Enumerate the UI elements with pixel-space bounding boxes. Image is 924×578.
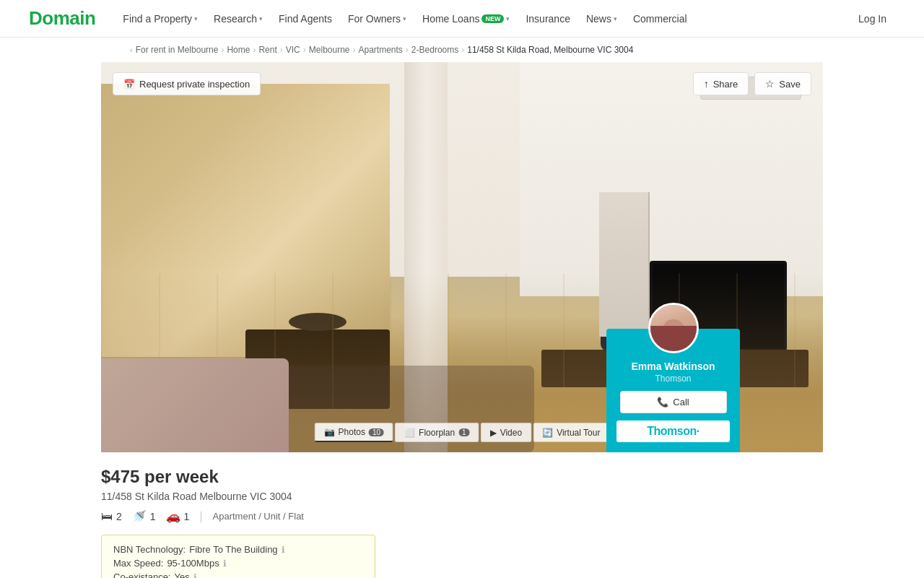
info-icon-coexist[interactable]: ℹ xyxy=(193,572,197,579)
save-button[interactable]: ☆ Save xyxy=(754,72,811,95)
property-address: 11/458 St Kilda Road Melbourne VIC 3004 xyxy=(101,491,823,502)
property-type: Apartment / Unit / Flat xyxy=(213,511,304,522)
nav-item-news[interactable]: News ▾ xyxy=(579,9,624,29)
nbn-coexist-label: Co-existance: xyxy=(113,571,170,578)
bedroom-feature: 🛏 2 xyxy=(101,510,122,523)
share-button[interactable]: ↑ Share xyxy=(693,72,749,95)
car-icon: 🚗 xyxy=(166,509,180,523)
photos-tab[interactable]: 📷 Photos 10 xyxy=(315,423,393,442)
breadcrumb-sep: › xyxy=(406,45,409,55)
virtual-tour-tab[interactable]: 🔄 Virtual Tour xyxy=(533,423,609,442)
breadcrumb-link-2bedrooms[interactable]: 2-Bedrooms xyxy=(411,45,458,55)
agent-avatar-wrapper xyxy=(648,303,699,353)
nbn-speed-row: Max Speed: 95-100Mbps ℹ xyxy=(113,558,363,569)
breadcrumb-link-rent[interactable]: Rent xyxy=(258,45,276,55)
breadcrumb: ‹ For rent in Melbourne › Home › Rent › … xyxy=(0,38,924,62)
agent-name: Emma Watkinson xyxy=(606,361,740,372)
share-icon: ↑ xyxy=(704,78,709,90)
photo-count-badge: 10 xyxy=(369,428,384,436)
floorplan-count-badge: 1 xyxy=(458,428,470,436)
breadcrumb-link-home[interactable]: Home xyxy=(227,45,250,55)
nav-item-commercial[interactable]: Commercial xyxy=(626,9,694,29)
breadcrumb-sep: › xyxy=(461,45,464,55)
call-button[interactable]: 📞 Call xyxy=(620,391,727,413)
image-top-buttons: 📅 Request private inspection ↑ Share ☆ S… xyxy=(101,72,823,95)
breadcrumb-sep: › xyxy=(353,45,356,55)
agent-agency-name: Thomson xyxy=(606,374,740,384)
phone-icon: 📞 xyxy=(657,397,668,407)
navbar: Domain Find a Property ▾ Research ▾ Find… xyxy=(0,0,924,38)
nbn-technology-row: NBN Technology: Fibre To The Building ℹ xyxy=(113,544,363,555)
breadcrumb-link-vic[interactable]: VIC xyxy=(286,45,300,55)
bath-icon: 🚿 xyxy=(132,509,147,523)
request-inspection-button[interactable]: 📅 Request private inspection xyxy=(113,72,261,95)
bathroom-feature: 🚿 1 xyxy=(132,509,156,523)
property-main-info: $475 per week 11/458 St Kilda Road Melbo… xyxy=(101,467,823,578)
breadcrumb-link-melbourne[interactable]: Melbourne xyxy=(309,45,350,55)
chevron-icon: ▾ xyxy=(614,15,617,22)
breadcrumb-link-rent-mel[interactable]: For rent in Melbourne xyxy=(136,45,219,55)
login-button[interactable]: Log In xyxy=(850,9,895,29)
info-icon-tech[interactable]: ℹ xyxy=(282,545,285,555)
logo[interactable]: Domain xyxy=(29,7,95,30)
nbn-tech-label: NBN Technology: xyxy=(113,544,186,555)
breadcrumb-link-apartments[interactable]: Apartments xyxy=(359,45,403,55)
main-content: 📅 Request private inspection ↑ Share ☆ S… xyxy=(51,62,873,578)
info-icon-speed[interactable]: ℹ xyxy=(223,558,227,569)
property-features: 🛏 2 🚿 1 🚗 1 | Apartment / Unit / Flat xyxy=(101,509,823,523)
nav-item-insurance[interactable]: Insurance xyxy=(518,9,577,29)
calendar-icon: 📅 xyxy=(123,79,135,90)
breadcrumb-sep: › xyxy=(221,45,224,55)
agent-avatar xyxy=(648,303,699,353)
nav-item-home-loans[interactable]: Home Loans New ▾ xyxy=(415,9,517,29)
chevron-left-icon: ‹ xyxy=(130,46,133,54)
nav-links: Find a Property ▾ Research ▾ Find Agents… xyxy=(116,9,850,29)
property-details: $475 per week 11/458 St Kilda Road Melbo… xyxy=(101,467,823,578)
chevron-icon: ▾ xyxy=(194,15,198,22)
floorplan-tab[interactable]: ⬜ Floorplan 1 xyxy=(395,423,479,442)
top-right-buttons: ↑ Share ☆ Save xyxy=(693,72,811,95)
agent-card: Emma Watkinson Thomson 📞 Call Thomson· xyxy=(606,329,740,452)
chevron-icon: ▾ xyxy=(506,15,510,22)
floorplan-icon: ⬜ xyxy=(404,428,415,438)
nbn-coexist-value: Yes xyxy=(174,571,189,578)
nbn-speed-label: Max Speed: xyxy=(113,558,163,569)
camera-icon: 📷 xyxy=(324,427,335,437)
breadcrumb-sep: › xyxy=(280,45,283,55)
property-image-container: 📅 Request private inspection ↑ Share ☆ S… xyxy=(101,62,823,452)
bed-icon: 🛏 xyxy=(101,510,113,523)
property-type-divider: | xyxy=(199,510,202,523)
video-tab[interactable]: ▶ Video xyxy=(481,423,531,442)
nbn-tech-value: Fibre To The Building xyxy=(189,544,277,555)
video-icon: ▶ xyxy=(490,428,497,438)
nbn-info-box: NBN Technology: Fibre To The Building ℹ … xyxy=(101,535,375,578)
parking-feature: 🚗 1 xyxy=(166,509,190,523)
breadcrumb-current: 11/458 St Kilda Road, Melbourne VIC 3004 xyxy=(467,45,633,55)
star-icon: ☆ xyxy=(765,78,775,90)
breadcrumb-sep: › xyxy=(303,45,306,55)
nav-item-find-agents[interactable]: Find Agents xyxy=(271,9,339,29)
nav-right: Log In xyxy=(850,9,895,29)
nav-item-for-owners[interactable]: For Owners ▾ xyxy=(341,9,414,29)
new-badge: New xyxy=(481,14,504,23)
breadcrumb-sep: › xyxy=(253,45,256,55)
nbn-coexist-row: Co-existance: Yes ℹ xyxy=(113,571,363,578)
nav-item-research[interactable]: Research ▾ xyxy=(206,9,270,29)
virtual-tour-icon: 🔄 xyxy=(542,428,553,438)
agency-logo: Thomson· xyxy=(616,420,730,442)
chevron-icon: ▾ xyxy=(259,15,263,22)
chevron-icon: ▾ xyxy=(403,15,406,22)
property-price: $475 per week xyxy=(101,467,823,487)
nbn-speed-value: 95-100Mbps xyxy=(167,558,219,569)
nav-item-find-property[interactable]: Find a Property ▾ xyxy=(116,9,205,29)
photo-tabs: 📷 Photos 10 ⬜ Floorplan 1 ▶ Video 🔄 Virt… xyxy=(315,423,610,442)
